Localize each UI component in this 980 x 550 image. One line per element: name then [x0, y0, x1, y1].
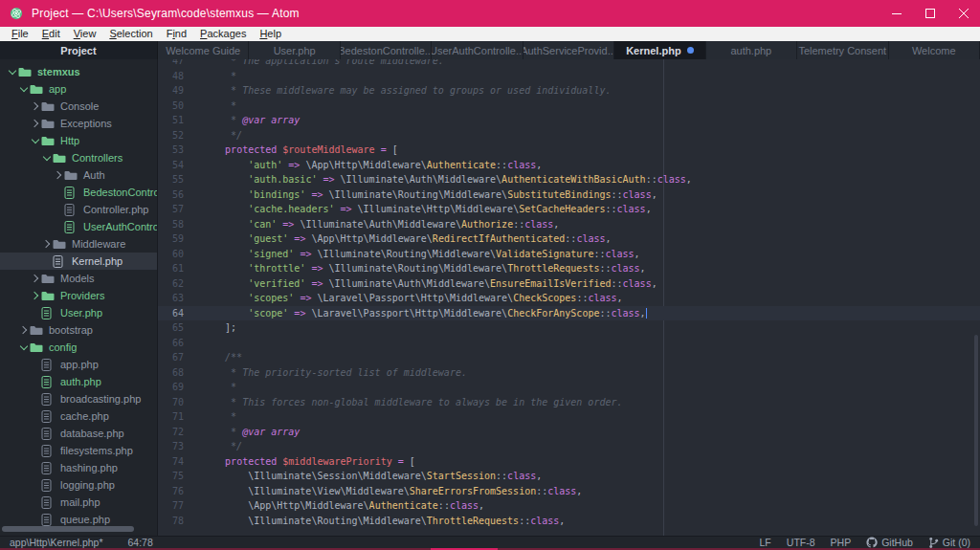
editor-vertical-scrollbar[interactable] [974, 335, 978, 526]
menu-item-view[interactable]: View [67, 27, 103, 41]
tab-telemetry-consent[interactable]: Telemetry Consent [797, 41, 888, 59]
code-line-72[interactable]: 72 * @var array [158, 425, 980, 440]
tree-item-label: mail.php [60, 496, 100, 508]
code-line-68[interactable]: 68 * The priority-sorted list of middlew… [158, 365, 980, 381]
status-left: app\Http\Kernel.php*64:78 [10, 537, 153, 549]
tree-folder-exceptions[interactable]: Exceptions [0, 115, 157, 132]
code-line-49[interactable]: 49 * These middleware may be assigned to… [158, 83, 980, 99]
minimize-button[interactable] [880, 0, 913, 27]
code-line-70[interactable]: 70 * This forces non-global middleware t… [158, 395, 980, 410]
code-line-67[interactable]: 67 /** [158, 350, 980, 365]
code-line-64[interactable]: 64 'scope' => \Laravel\Passport\Http\Mid… [158, 306, 980, 321]
status-github[interactable]: GitHub [866, 537, 913, 549]
tree-horizontal-scrollbar[interactable] [2, 526, 134, 532]
tree-folder-bootstrap[interactable]: bootstrap [0, 321, 157, 339]
menu-item-file[interactable]: File [5, 27, 35, 41]
tab-authserviceprovid-[interactable]: AuthServiceProvid... [523, 41, 614, 59]
tab-welcome-guide[interactable]: Welcome Guide [158, 41, 249, 59]
tree-file-broadcasting-php[interactable]: broadcasting.php [0, 390, 157, 407]
tab-userauthcontrolle-[interactable]: UserAuthControlle... [432, 41, 523, 59]
menu-item-edit[interactable]: Edit [35, 27, 67, 41]
code-line-52[interactable]: 52 */ [158, 128, 980, 143]
code-line-71[interactable]: 71 * [158, 409, 980, 425]
code-line-77[interactable]: 77 \App\Http\Middleware\Authenticate::cl… [158, 498, 980, 514]
code-line-content: * [196, 409, 236, 425]
status-grammar[interactable]: PHP [831, 537, 852, 549]
tab-auth-php[interactable]: auth.php [706, 41, 797, 59]
tree-file-auth-php[interactable]: auth.php [0, 373, 157, 390]
tab-kernel-php[interactable]: Kernel.php [614, 41, 705, 59]
code-line-62[interactable]: 62 'verified' => \Illuminate\Auth\Middle… [158, 276, 980, 292]
code-line-78[interactable]: 78 \Illuminate\Routing\Middleware\Thrott… [158, 514, 980, 529]
tab-welcome[interactable]: Welcome [889, 41, 980, 59]
tree-item-label: hashing.php [60, 462, 118, 473]
tree-file-logging-php[interactable]: logging.php [0, 476, 157, 494]
code-line-59[interactable]: 59 'guest' => \App\Http\Middleware\Redir… [158, 231, 980, 247]
tree-folder-stemxus[interactable]: stemxus [0, 63, 157, 80]
status-grammar-text: PHP [831, 537, 852, 549]
tree-folder-models[interactable]: Models [0, 270, 157, 287]
tree-folder-auth[interactable]: Auth [0, 166, 157, 184]
tree-folder-providers[interactable]: Providers [0, 287, 157, 304]
tree-file-app-php[interactable]: app.php [0, 356, 157, 373]
line-number: 55 [158, 172, 196, 187]
code-line-69[interactable]: 69 * [158, 380, 980, 395]
tree-file-filesystems-php[interactable]: filesystems.php [0, 442, 157, 459]
status-line-ending[interactable]: LF [760, 537, 771, 549]
close-button[interactable] [947, 0, 980, 27]
tab-bedestoncontrolle-[interactable]: BedestonControlle... [341, 41, 432, 59]
tree-file-hashing-php[interactable]: hashing.php [0, 459, 157, 476]
code-line-63[interactable]: 63 'scopes' => \Laravel\Passport\Http\Mi… [158, 291, 980, 306]
code-line-74[interactable]: 74 protected $middlewarePriority = [ [158, 454, 980, 470]
tree-folder-console[interactable]: Console [0, 98, 157, 115]
maximize-button[interactable] [913, 0, 947, 27]
code-line-60[interactable]: 60 'signed' => \Illuminate\Routing\Middl… [158, 247, 980, 262]
code-line-65[interactable]: 65 ]; [158, 320, 980, 336]
status-git[interactable]: Git (0) [928, 537, 970, 549]
tree-file-kernel-php[interactable]: Kernel.php [0, 253, 157, 270]
code-line-51[interactable]: 51 * @var array [158, 113, 980, 128]
code-line-73[interactable]: 73 */ [158, 439, 980, 454]
code-line-58[interactable]: 58 'can' => \Illuminate\Auth\Middleware\… [158, 217, 980, 232]
code-line-75[interactable]: 75 \Illuminate\Session\Middleware\StartS… [158, 469, 980, 484]
tree-file-controller-php[interactable]: Controller.php [0, 201, 157, 218]
code-line-61[interactable]: 61 'throttle' => \Illuminate\Routing\Mid… [158, 261, 980, 276]
line-number: 78 [158, 514, 196, 529]
tree-pane-tab-project[interactable]: Project [0, 41, 158, 59]
tree-folder-app[interactable]: app [0, 80, 157, 98]
code-line-54[interactable]: 54 'auth' => \App\Http\Middleware\Authen… [158, 158, 980, 173]
menu-item-find[interactable]: Find [160, 27, 193, 41]
code-line-47[interactable]: 47 * The application's route middleware. [158, 59, 980, 69]
menu-item-packages[interactable]: Packages [193, 27, 253, 41]
tree-file-cache-php[interactable]: cache.php [0, 407, 157, 425]
code-line-76[interactable]: 76 \Illuminate\View\Middleware\ShareErro… [158, 484, 980, 499]
code-line-content: */ [196, 128, 242, 143]
code-line-content [196, 336, 202, 351]
code-line-57[interactable]: 57 'cache.headers' => \Illuminate\Http\M… [158, 202, 980, 217]
tree-file-database-php[interactable]: database.php [0, 425, 157, 442]
code-line-48[interactable]: 48 * [158, 69, 980, 84]
status-file-path[interactable]: app\Http\Kernel.php* [10, 537, 102, 549]
tree-folder-controllers[interactable]: Controllers [0, 149, 157, 166]
tree-folder-config[interactable]: config [0, 339, 157, 356]
code-editor[interactable]: 47 * The application's route middleware.… [158, 59, 980, 536]
status-encoding[interactable]: UTF-8 [787, 537, 815, 549]
code-line-53[interactable]: 53 protected $routeMiddleware = [ [158, 143, 980, 158]
tree-file-userauthcontrolle[interactable]: UserAuthControlle [0, 218, 157, 235]
code-line-55[interactable]: 55 'auth.basic' => \Illuminate\Auth\Midd… [158, 172, 980, 187]
tree-file-bedestoncontrolle[interactable]: BedestonControlle [0, 184, 157, 201]
status-cursor-position[interactable]: 64:78 [127, 537, 152, 549]
code-line-content: 'guest' => \App\Http\Middleware\Redirect… [196, 231, 612, 247]
tree-file-mail-php[interactable]: mail.php [0, 494, 157, 511]
menu-item-selection[interactable]: Selection [102, 27, 159, 41]
tree-folder-middleware[interactable]: Middleware [0, 235, 157, 253]
line-number: 72 [158, 425, 196, 440]
code-line-50[interactable]: 50 * [158, 99, 980, 114]
tree-file-user-php[interactable]: User.php [0, 304, 157, 321]
tree-item-label: Exceptions [60, 118, 112, 129]
tree-folder-http[interactable]: Http [0, 132, 157, 149]
code-line-66[interactable]: 66 [158, 336, 980, 351]
code-line-56[interactable]: 56 'bindings' => \Illuminate\Routing\Mid… [158, 187, 980, 203]
menu-item-help[interactable]: Help [253, 27, 288, 41]
tab-user-php[interactable]: User.php [249, 41, 340, 59]
